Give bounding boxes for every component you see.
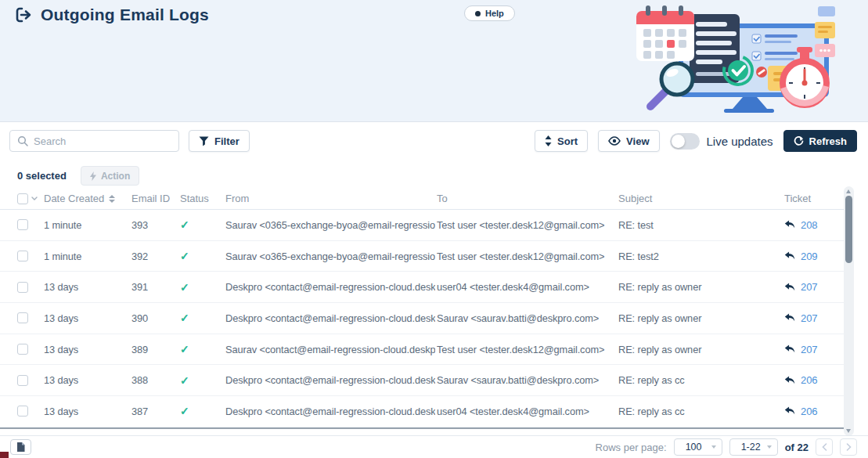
ticket-link[interactable]: 207 xyxy=(801,281,817,293)
reply-icon xyxy=(784,406,795,416)
table-row[interactable]: 13 days 389 ✓ Saurav <contact@email-regr… xyxy=(0,334,848,366)
table-row[interactable]: 13 days 387 ✓ Deskpro <contact@email-reg… xyxy=(0,396,848,427)
column-header-subject[interactable]: Subject xyxy=(617,193,772,204)
row-checkbox[interactable] xyxy=(17,251,28,261)
cell-from: Deskpro <contact@email-regression-cloud.… xyxy=(224,406,435,417)
help-dot-icon xyxy=(475,11,481,16)
help-label: Help xyxy=(485,9,504,18)
selection-row: 0 selected Action xyxy=(17,166,139,186)
table-row[interactable]: 1 minute 392 ✓ Saurav <o365-exchange-byo… xyxy=(0,241,848,272)
live-updates-toggle[interactable] xyxy=(670,133,700,150)
cell-from: Saurav <0365-exchange-byoa@email-regress… xyxy=(224,219,435,231)
column-header-ticket[interactable]: Ticket xyxy=(772,193,848,204)
cell-to: Saurav <saurav.batti@deskpro.com> xyxy=(435,312,617,324)
vertical-scrollbar[interactable] xyxy=(844,186,854,436)
refresh-button[interactable]: Refresh xyxy=(783,130,857,152)
action-button[interactable]: Action xyxy=(81,166,139,186)
chevron-right-icon xyxy=(846,443,852,451)
scrollbar-thumb[interactable] xyxy=(845,196,852,263)
cell-to: Test user <tester.desk12@gmail.com> xyxy=(435,219,617,231)
live-updates-control: Live updates xyxy=(670,133,773,150)
cell-subject: RE: reply as owner xyxy=(617,312,772,324)
sort-button[interactable]: Sort xyxy=(535,130,588,152)
cell-from: Saurav <contact@email-regression-cloud.d… xyxy=(224,344,435,355)
ticket-link[interactable]: 209 xyxy=(801,251,817,262)
selected-count: 0 selected xyxy=(17,170,67,182)
filter-funnel-icon xyxy=(199,136,209,146)
column-header-status[interactable]: Status xyxy=(178,193,224,204)
cell-email-id: 388 xyxy=(130,374,178,386)
column-header-date-created[interactable]: Date Created xyxy=(42,193,130,204)
cell-to: Saurav <saurav.batti@deskpro.com> xyxy=(435,374,617,386)
cell-subject: RE: test xyxy=(617,219,772,231)
scroll-up-icon[interactable] xyxy=(846,189,851,193)
row-checkbox[interactable] xyxy=(17,312,28,323)
cell-date-created: 13 days xyxy=(42,312,130,324)
cell-subject: RE: reply as owner xyxy=(617,344,772,355)
row-checkbox[interactable] xyxy=(17,375,28,386)
previous-page-button[interactable] xyxy=(816,438,833,456)
eye-icon xyxy=(608,136,621,146)
scroll-down-icon[interactable] xyxy=(846,429,851,433)
toggle-knob xyxy=(672,135,685,148)
chevron-down-icon[interactable] xyxy=(31,197,38,200)
sort-arrows-icon xyxy=(545,135,552,146)
row-checkbox[interactable] xyxy=(17,406,28,417)
toolbar-left: Filter xyxy=(9,130,250,152)
search-input[interactable] xyxy=(34,135,171,147)
view-label: View xyxy=(626,135,649,147)
view-button[interactable]: View xyxy=(598,130,659,152)
caret-down-icon xyxy=(711,445,716,449)
sort-label: Sort xyxy=(557,135,578,147)
table-row[interactable]: 1 minute 393 ✓ Saurav <0365-exchange-byo… xyxy=(0,210,848,241)
ticket-link[interactable]: 206 xyxy=(801,374,817,386)
email-logs-table: Date Created Email ID Status From To Sub… xyxy=(0,188,848,427)
screenshot-corner-artifact xyxy=(0,452,9,458)
export-button[interactable] xyxy=(10,439,31,455)
cell-subject: RE: test2 xyxy=(617,251,772,262)
table-row[interactable]: 13 days 388 ✓ Deskpro <contact@email-reg… xyxy=(0,365,848,396)
export-file-icon xyxy=(16,442,26,453)
search-box[interactable] xyxy=(9,130,179,152)
status-sent-icon: ✓ xyxy=(178,312,224,324)
ticket-link[interactable]: 206 xyxy=(801,406,817,417)
ticket-link[interactable]: 207 xyxy=(801,344,817,355)
cell-email-id: 390 xyxy=(130,312,178,324)
cell-subject: RE: reply as cc xyxy=(617,374,772,386)
reply-icon xyxy=(784,251,795,261)
filter-button[interactable]: Filter xyxy=(189,130,250,152)
table-header-row: Date Created Email ID Status From To Sub… xyxy=(0,188,848,210)
lightning-icon xyxy=(90,171,96,181)
cell-from: Deskpro <contact@email-regression-cloud.… xyxy=(224,374,435,386)
cell-email-id: 387 xyxy=(130,406,178,417)
cell-email-id: 393 xyxy=(130,219,178,231)
toolbar-right: Sort View Live updates Refresh xyxy=(535,130,857,152)
select-all-checkbox[interactable] xyxy=(17,193,28,204)
cell-from: Deskpro <contact@email-regression-cloud.… xyxy=(224,281,435,293)
cell-to: Test user <tester.desk12@gmail.com> xyxy=(435,251,617,262)
cell-subject: RE: reply as owner xyxy=(617,281,772,293)
help-button[interactable]: Help xyxy=(464,5,515,21)
column-header-email-id[interactable]: Email ID xyxy=(130,193,178,204)
row-checkbox[interactable] xyxy=(17,282,28,293)
ticket-link[interactable]: 207 xyxy=(801,312,817,324)
table-row[interactable]: 13 days 391 ✓ Deskpro <contact@email-reg… xyxy=(0,272,848,303)
table-footer: Rows per page: 100 1-22 of 22 xyxy=(0,435,868,458)
cell-date-created: 13 days xyxy=(42,281,130,293)
refresh-icon xyxy=(794,136,804,146)
status-sent-icon: ✓ xyxy=(178,405,224,417)
column-header-from[interactable]: From xyxy=(224,193,435,204)
cell-subject: RE: reply as cc xyxy=(617,406,772,417)
page-range-select[interactable]: 1-22 xyxy=(729,438,778,456)
email-logs-illustration xyxy=(630,2,835,114)
rows-per-page-select[interactable]: 100 xyxy=(674,438,722,456)
column-header-to[interactable]: To xyxy=(435,193,617,204)
filter-label: Filter xyxy=(214,135,240,147)
ticket-link[interactable]: 208 xyxy=(801,219,817,231)
cell-date-created: 13 days xyxy=(42,406,130,417)
row-checkbox[interactable] xyxy=(17,219,28,230)
refresh-label: Refresh xyxy=(809,135,847,147)
next-page-button[interactable] xyxy=(840,438,857,456)
table-row[interactable]: 13 days 390 ✓ Deskpro <contact@email-reg… xyxy=(0,303,848,334)
row-checkbox[interactable] xyxy=(17,344,28,355)
